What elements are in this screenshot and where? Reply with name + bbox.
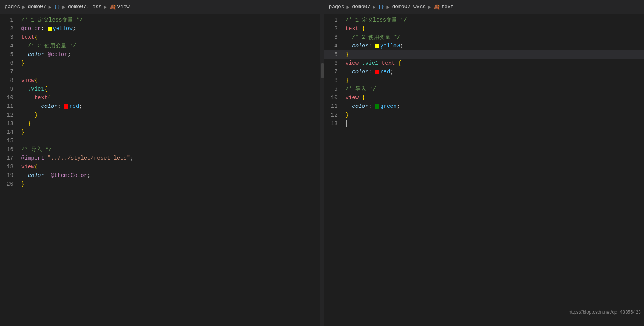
breadcrumb-view: view (117, 4, 130, 10)
breadcrumb-demo07: demo07 (28, 4, 46, 10)
code-line: 12 } (324, 111, 644, 119)
code-line: 5 color:@color; (0, 50, 320, 59)
color-swatch-yellow-right (375, 44, 379, 48)
code-line: 8 view{ (0, 76, 320, 85)
right-code-area[interactable]: 1 /* 1 定义less变量 */ 2 text { 3 /* 2 使用变量 … (324, 14, 644, 326)
code-line: 4 color: yellow; (324, 42, 644, 50)
code-line: 5 } (324, 50, 644, 59)
breadcrumb-pages-right: pages (329, 4, 344, 10)
breadcrumb-file-icon-left: 🍂 (110, 4, 116, 10)
scrollbar-thumb[interactable] (321, 63, 324, 78)
code-line: 1 /* 1 定义less变量 */ (0, 16, 320, 24)
code-line: 19 color: @themeColor; (0, 171, 320, 180)
code-line: 6 view .vie1 text { (324, 59, 644, 67)
code-line: 9 .vie1{ (0, 85, 320, 93)
breadcrumb-demo07-right: demo07 (352, 4, 370, 10)
right-editor-pane: pages ▶ demo07 ▶ {} ▶ demo07.wxss ▶ 🍂 te… (324, 0, 644, 326)
cursor (346, 120, 347, 127)
code-line: 13 (324, 119, 644, 128)
code-line: 11 color: green; (324, 102, 644, 111)
code-line: 10 view { (324, 93, 644, 102)
code-line: 10 text{ (0, 93, 320, 102)
breadcrumb-pages: pages (5, 4, 20, 10)
color-swatch-red-right (375, 70, 379, 74)
code-line: 12 } (0, 111, 320, 119)
breadcrumb-filename-less: demo07.less (68, 4, 102, 10)
left-editor-pane: pages ▶ demo07 ▶ {} ▶ demo07.less ▶ 🍂 vi… (0, 0, 320, 326)
breadcrumb-curly-icon-right: {} (378, 4, 384, 10)
color-swatch-green-right (375, 104, 379, 109)
code-line: 18 view{ (0, 162, 320, 171)
code-line: 7 color: red; (324, 67, 644, 76)
breadcrumb-text: text (441, 4, 454, 10)
code-line: 6 } (0, 59, 320, 67)
code-line: 2 text { (324, 24, 644, 33)
breadcrumb-curly-icon: {} (54, 4, 60, 10)
color-swatch-red (64, 104, 68, 109)
code-line: 14 } (0, 128, 320, 137)
code-line: 3 /* 2 使用变量 */ (324, 33, 644, 42)
code-line: 9 /* 导入 */ (324, 85, 644, 93)
code-line: 20 } (0, 180, 320, 188)
watermark: https://blog.csdn.net/qq_43356428 (569, 310, 641, 315)
code-line: 15 (0, 137, 320, 145)
code-line: 17 @import "../../styles/reset.less"; (0, 154, 320, 162)
code-line: 3 text{ (0, 33, 320, 42)
code-line: 1 /* 1 定义less变量 */ (324, 16, 644, 24)
code-line: 8 } (324, 76, 644, 85)
code-line: 7 (0, 67, 320, 76)
code-line: 2 @color: yellow; (0, 24, 320, 33)
editors-container: pages ▶ demo07 ▶ {} ▶ demo07.less ▶ 🍂 vi… (0, 0, 644, 326)
breadcrumb-file-icon-right: 🍂 (434, 4, 440, 10)
code-line: 11 color: red; (0, 102, 320, 111)
center-scrollbar[interactable] (320, 0, 324, 326)
code-line: 16 /* 导入 */ (0, 145, 320, 154)
left-breadcrumb: pages ▶ demo07 ▶ {} ▶ demo07.less ▶ 🍂 vi… (0, 0, 320, 14)
color-swatch-yellow (48, 27, 52, 31)
code-line: 13 } (0, 119, 320, 128)
breadcrumb-filename-wxss: demo07.wxss (392, 4, 426, 10)
right-breadcrumb: pages ▶ demo07 ▶ {} ▶ demo07.wxss ▶ 🍂 te… (324, 0, 644, 14)
left-code-area[interactable]: 1 /* 1 定义less变量 */ 2 @color: yellow; 3 t… (0, 14, 320, 326)
code-line: 4 /* 2 使用变量 */ (0, 42, 320, 50)
